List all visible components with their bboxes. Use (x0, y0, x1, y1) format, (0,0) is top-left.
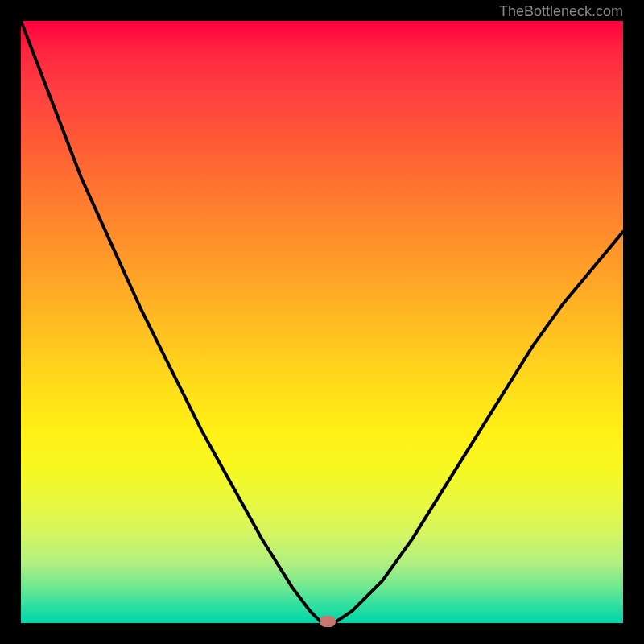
bottleneck-curve-line (21, 21, 623, 623)
optimal-point-marker (320, 616, 336, 627)
chart-plot-area (21, 21, 623, 623)
watermark-text: TheBottleneck.com (499, 3, 623, 20)
